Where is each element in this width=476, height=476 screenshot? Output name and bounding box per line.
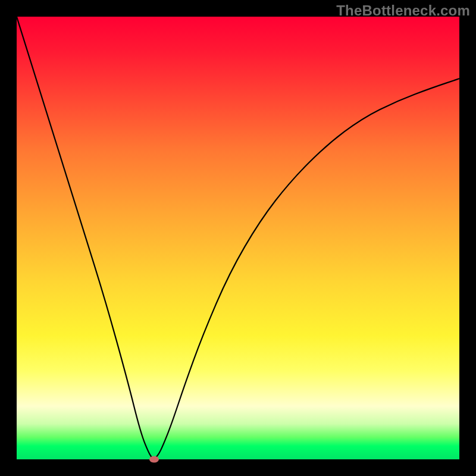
plot-area [17, 17, 459, 459]
chart-frame: TheBottleneck.com [0, 0, 476, 476]
minimum-marker [149, 456, 159, 463]
watermark-text: TheBottleneck.com [336, 2, 470, 19]
bottleneck-curve [17, 17, 459, 459]
